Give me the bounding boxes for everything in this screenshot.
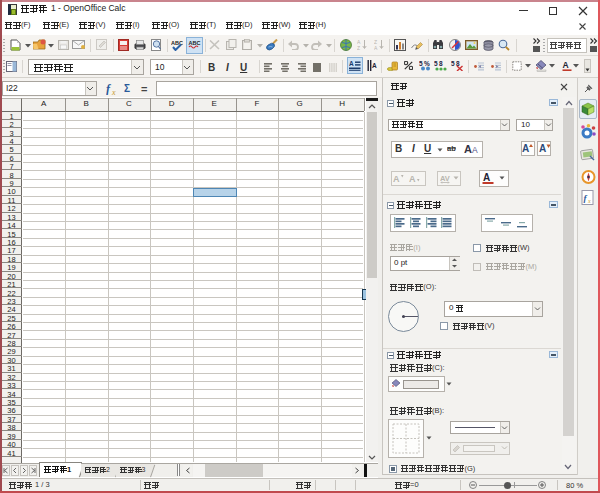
svg-text:A: A	[464, 143, 472, 155]
svg-text:ABC: ABC	[171, 40, 183, 46]
svg-text:A: A	[483, 172, 490, 183]
svg-text:A: A	[539, 143, 546, 154]
svg-text:A: A	[472, 145, 478, 155]
svg-text:x: x	[111, 88, 116, 96]
svg-text:A: A	[349, 60, 354, 67]
svg-text:A: A	[372, 62, 377, 69]
svg-text:Z: Z	[357, 45, 360, 50]
svg-text:5: 5	[451, 60, 455, 67]
svg-text:A: A	[374, 45, 378, 50]
svg-text:ABC: ABC	[189, 40, 201, 46]
svg-text:8: 8	[439, 60, 443, 67]
svg-text:A: A	[409, 174, 416, 184]
svg-text:8: 8	[456, 60, 460, 67]
svg-text:A: A	[563, 60, 569, 70]
svg-text:A: A	[393, 174, 400, 184]
svg-text:A: A	[522, 143, 529, 154]
svg-text:%: %	[424, 60, 430, 67]
svg-text:5: 5	[434, 60, 438, 67]
svg-text:5: 5	[419, 60, 423, 67]
svg-text:f: f	[106, 82, 111, 95]
svg-text:x: x	[587, 198, 591, 204]
